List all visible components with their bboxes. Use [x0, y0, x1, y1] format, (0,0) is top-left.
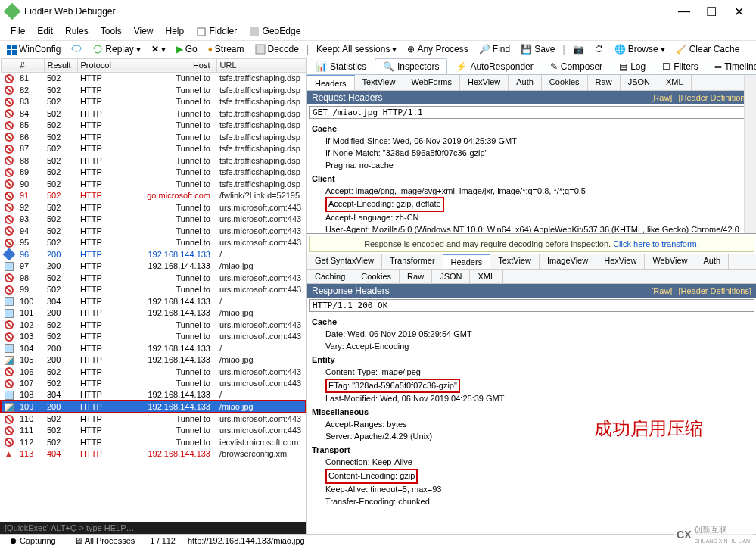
session-row[interactable]: 98502HTTPTunnel tours.microsoft.com:443: [1, 272, 306, 284]
go-button[interactable]: ▶Go: [173, 42, 201, 56]
subtab[interactable]: HexView: [596, 254, 645, 269]
header-item[interactable]: Last-Modified: Wed, 06 Nov 2019 04:25:39…: [312, 393, 751, 405]
subtab[interactable]: Headers: [443, 254, 491, 269]
capturing-toggle[interactable]: ⏺ Capturing: [6, 535, 59, 547]
minimize-button[interactable]: —: [677, 5, 691, 19]
stream-button[interactable]: ♦Stream: [205, 42, 247, 56]
session-row[interactable]: 110502HTTPTunnel tours.microsoft.com:443: [1, 413, 306, 425]
session-row[interactable]: 112502HTTPTunnel toiecvlist.microsoft.co…: [1, 436, 306, 448]
subtab[interactable]: Auth: [695, 254, 729, 269]
comment-button[interactable]: [68, 42, 85, 56]
keep-dropdown[interactable]: Keep: All sessions ▾: [313, 42, 400, 56]
header-item[interactable]: Content-Type: image/jpeg: [312, 367, 751, 379]
header-item[interactable]: User-Agent: Mozilla/5.0 (Windows NT 10.0…: [312, 224, 751, 233]
session-row[interactable]: 87502HTTPTunnel totsfe.trafficshaping.ds…: [1, 142, 306, 154]
tab-filters[interactable]: ☐Filters: [654, 58, 707, 74]
session-row[interactable]: 82502HTTPTunnel totsfe.trafficshaping.ds…: [1, 84, 306, 96]
session-row[interactable]: 100304HTTP192.168.144.133/: [1, 295, 306, 307]
session-row[interactable]: 86502HTTPTunnel totsfe.trafficshaping.ds…: [1, 131, 306, 143]
decode-button[interactable]: Decode: [252, 42, 302, 56]
remove-button[interactable]: ✕ ▾: [148, 42, 169, 56]
session-row[interactable]: ▲113404HTTP192.168.144.133/browserconfig…: [1, 448, 306, 460]
header-item[interactable]: Date: Wed, 06 Nov 2019 05:29:54 GMT: [312, 329, 751, 341]
menu-view[interactable]: View: [129, 24, 158, 39]
session-row[interactable]: 106502HTTPTunnel tours.microsoft.com:443: [1, 366, 306, 378]
session-row[interactable]: 97200HTTP192.168.144.133/miao.jpg: [1, 260, 306, 272]
subtab[interactable]: WebForms: [403, 75, 460, 90]
column-header[interactable]: #: [17, 58, 44, 72]
scrollbar[interactable]: [744, 75, 756, 233]
timer-button[interactable]: ⏱: [592, 42, 607, 56]
menu-edit[interactable]: Edit: [33, 24, 58, 39]
transform-link[interactable]: Click here to transform.: [613, 239, 699, 248]
header-item[interactable]: If-None-Match: "328ad-596a5f0f07c36-gzip…: [312, 148, 751, 160]
subtab[interactable]: XML: [658, 75, 692, 90]
quickexec-input[interactable]: [QuickExec] ALT+Q > type HELP…: [0, 522, 306, 534]
session-row[interactable]: 103502HTTPTunnel tours.microsoft.com:443: [1, 330, 306, 342]
session-row[interactable]: 91502HTTPgo.microsoft.com/fwlink/?LinkId…: [1, 189, 306, 201]
session-row[interactable]: 95502HTTPTunnel tours.microsoft.com:443: [1, 236, 306, 248]
column-header[interactable]: Protocol: [77, 58, 120, 72]
header-item[interactable]: Accept: image/png, image/svg+xml, image/…: [312, 186, 751, 198]
session-row[interactable]: 104200HTTP192.168.144.133/: [1, 342, 306, 354]
menu-geoedge[interactable]: GeoEdge: [244, 24, 305, 39]
session-row[interactable]: 111502HTTPTunnel tours.microsoft.com:443: [1, 424, 306, 436]
subtab[interactable]: XML: [470, 270, 503, 283]
raw-link[interactable]: [Raw]: [651, 286, 672, 295]
session-row[interactable]: 92502HTTPTunnel tours.microsoft.com:443: [1, 201, 306, 214]
session-row[interactable]: 85502HTTPTunnel totsfe.trafficshaping.ds…: [1, 119, 306, 131]
response-header-tree[interactable]: CacheDate: Wed, 06 Nov 2019 05:29:54 GMT…: [307, 313, 756, 513]
header-item[interactable]: Connection: Keep-Alive: [312, 457, 751, 469]
subtab[interactable]: JSON: [621, 75, 658, 90]
subtab[interactable]: ImageView: [540, 254, 596, 269]
subtab[interactable]: Raw: [400, 270, 432, 283]
save-button[interactable]: 💾Save: [518, 42, 558, 56]
subtab[interactable]: Raw: [588, 75, 621, 90]
session-row[interactable]: 89502HTTPTunnel totsfe.trafficshaping.ds…: [1, 166, 306, 178]
maximize-button[interactable]: ☐: [705, 5, 718, 19]
session-row[interactable]: 93502HTTPTunnel tours.microsoft.com:443: [1, 213, 306, 225]
column-header[interactable]: Result: [44, 58, 77, 72]
clear-cache-button[interactable]: 🧹Clear Cache: [673, 42, 743, 56]
menu-help[interactable]: Help: [161, 24, 189, 39]
subtab[interactable]: TextView: [490, 254, 540, 269]
header-item[interactable]: Pragma: no-cache: [312, 160, 751, 172]
camera-button[interactable]: 📷: [570, 42, 587, 56]
menu-fiddler[interactable]: Fiddler: [191, 24, 241, 39]
session-row[interactable]: 108304HTTP192.168.144.133/: [1, 389, 306, 401]
session-row[interactable]: 94502HTTPTunnel tours.microsoft.com:443: [1, 225, 306, 237]
browse-button[interactable]: 🌐Browse ▾: [611, 42, 668, 56]
session-row[interactable]: 101200HTTP192.168.144.133/miao.jpg: [1, 307, 306, 319]
session-row[interactable]: 90502HTTPTunnel totsfe.trafficshaping.ds…: [1, 178, 306, 190]
tab-autoresponder[interactable]: ⚡AutoResponder: [447, 58, 541, 74]
header-item[interactable]: ETag: "328ad-596a5f0f07c36-gzip": [312, 379, 751, 394]
request-header-tree[interactable]: CacheIf-Modified-Since: Wed, 06 Nov 2019…: [307, 120, 756, 233]
session-row[interactable]: 105200HTTP192.168.144.133/miao.jpg: [1, 354, 306, 366]
header-defs-link[interactable]: [Header Definitions]: [678, 286, 751, 295]
any-process-button[interactable]: ⊕Any Process: [404, 42, 471, 56]
session-row[interactable]: 88502HTTPTunnel totsfe.trafficshaping.ds…: [1, 154, 306, 167]
header-item[interactable]: Transfer-Encoding: chunked: [312, 496, 751, 508]
tab-timeline[interactable]: ═Timeline: [707, 58, 756, 74]
header-defs-link[interactable]: [Header Definitions]: [678, 93, 751, 102]
subtab[interactable]: TextView: [355, 75, 404, 90]
subtab[interactable]: WebView: [645, 254, 695, 269]
session-row[interactable]: 83502HTTPTunnel totsfe.trafficshaping.ds…: [1, 95, 306, 108]
session-row[interactable]: 81502HTTPTunnel totsfe.trafficshaping.ds…: [1, 72, 306, 84]
header-item[interactable]: Accept-Language: zh-CN: [312, 212, 751, 224]
session-row[interactable]: 96200HTTP192.168.144.133/: [1, 248, 306, 260]
session-row[interactable]: 109200HTTP192.168.144.133/miao.jpg: [1, 401, 306, 413]
subtab[interactable]: HexView: [460, 75, 509, 90]
session-row[interactable]: 84502HTTPTunnel totsfe.trafficshaping.ds…: [1, 108, 306, 120]
session-row[interactable]: 99502HTTPTunnel tours.microsoft.com:443: [1, 283, 306, 295]
header-item[interactable]: Vary: Accept-Encoding: [312, 341, 751, 353]
session-row[interactable]: 102502HTTPTunnel tours.microsoft.com:443: [1, 319, 306, 331]
close-button[interactable]: ✕: [732, 5, 745, 19]
tab-composer[interactable]: ✎Composer: [542, 58, 611, 74]
subtab[interactable]: JSON: [432, 270, 470, 283]
tab-inspectors[interactable]: 🔍Inspectors: [375, 58, 447, 74]
session-row[interactable]: 107502HTTPTunnel tours.microsoft.com:443: [1, 377, 306, 389]
header-item[interactable]: Content-Encoding: gzip: [312, 469, 751, 484]
find-button[interactable]: 🔎Find: [476, 42, 513, 56]
subtab[interactable]: Cookies: [353, 270, 400, 283]
